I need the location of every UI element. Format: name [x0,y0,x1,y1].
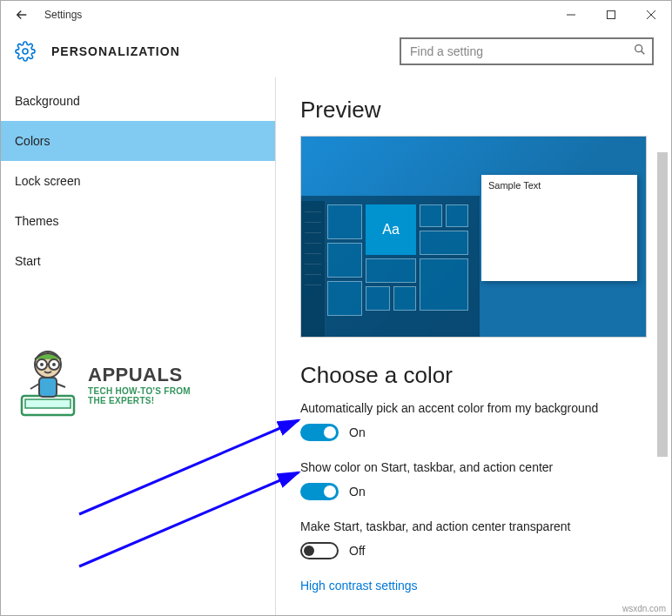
search-placeholder: Find a setting [410,44,633,58]
svg-rect-1 [608,11,615,19]
preview-tiles: Aa [327,204,475,331]
transparent-toggle[interactable] [300,542,339,559]
high-contrast-link[interactable]: High contrast settings [300,579,647,593]
titlebar-left: Settings [6,3,82,26]
search-container: Find a setting [400,37,654,65]
titlebar-controls [551,1,671,29]
minimize-button[interactable] [551,1,591,29]
preview-sample-window: Sample Text [481,175,637,281]
svg-line-6 [642,51,645,55]
sidebar-item-start[interactable]: Start [1,241,275,281]
page-title: PERSONALIZATION [51,44,180,58]
show-color-toggle[interactable] [300,483,339,500]
header-row: PERSONALIZATION Find a setting [1,29,671,77]
auto-pick-label: Automatically pick an accent color from … [300,401,647,415]
sidebar-item-themes[interactable]: Themes [1,201,275,241]
body: Background Colors Lock screen Themes Sta… [1,77,671,615]
sidebar-item-colors[interactable]: Colors [1,121,275,161]
preview-aa-tile: Aa [366,204,416,255]
content-wrap: Preview Aa [275,77,671,615]
sidebar-item-background[interactable]: Background [1,81,275,121]
close-button[interactable] [631,1,671,29]
transparent-state: Off [349,544,365,558]
content: Preview Aa [276,77,671,615]
search-input[interactable]: Find a setting [400,37,654,65]
search-icon [633,43,647,60]
preview-heading: Preview [300,97,647,124]
choose-color-heading: Choose a color [300,362,647,389]
back-button[interactable] [6,3,37,26]
svg-point-5 [635,45,642,52]
settings-window: Settings PERSONALIZATION Find a setting [0,0,672,616]
app-title: Settings [44,9,82,21]
preview-image: Aa Sample Text [300,136,647,338]
transparent-toggle-row: Off [300,542,647,559]
auto-pick-toggle[interactable] [300,424,339,441]
show-color-toggle-row: On [300,483,647,500]
gear-icon [13,39,37,64]
sidebar-item-lock-screen[interactable]: Lock screen [1,161,275,201]
show-color-label: Show color on Start, taskbar, and action… [300,460,647,474]
source-mark: wsxdn.com [622,604,666,613]
sidebar: Background Colors Lock screen Themes Sta… [1,77,275,615]
titlebar: Settings [1,1,671,29]
scrollbar-thumb[interactable] [657,152,668,457]
svg-point-4 [23,49,28,54]
auto-pick-state: On [349,425,366,439]
vertical-scrollbar[interactable] [655,152,669,612]
auto-pick-toggle-row: On [300,424,647,441]
transparent-label: Make Start, taskbar, and action center t… [300,519,647,533]
show-color-state: On [349,485,366,499]
maximize-button[interactable] [591,1,631,29]
